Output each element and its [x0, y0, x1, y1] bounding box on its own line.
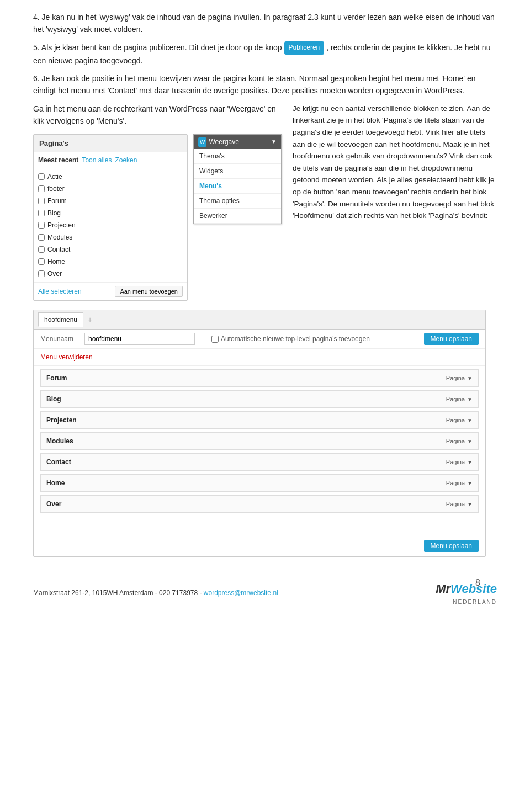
- chevron-right-icon-home: ▼: [467, 479, 473, 487]
- chevron-down-icon: ▼: [271, 137, 277, 146]
- menu-item-contact: Contact Pagina ▼: [40, 453, 479, 471]
- chevron-right-icon-forum: ▼: [467, 374, 473, 383]
- checkbox-forum[interactable]: [38, 198, 45, 204]
- auto-toplevel-checkbox[interactable]: [211, 336, 219, 343]
- hoofdmenu-tabs: hoofdmenu +: [34, 310, 485, 330]
- hoofdmenu-name-row: Menunaam Automatische nieuwe top-level p…: [34, 330, 485, 349]
- list-item: Home: [38, 256, 183, 268]
- page-number: 8: [475, 576, 480, 590]
- para6-num: 6.: [33, 74, 42, 83]
- item-label-over: Over: [47, 269, 62, 279]
- logo-text: MrWebsite: [436, 580, 497, 598]
- list-item: footer: [38, 183, 183, 195]
- menunaam-label: Menunaam: [40, 334, 79, 344]
- tab-meest-recent[interactable]: Meest recent: [38, 155, 78, 165]
- paragraph-4: 4. Je kan nu in het 'wysiwyg' vak de inh…: [33, 11, 497, 36]
- aan-menu-toevoegen-button[interactable]: Aan menu toevoegen: [115, 286, 183, 297]
- item-label-projecten: Projecten: [47, 220, 76, 230]
- menu-item-type-contact: Pagina: [446, 458, 465, 467]
- wp-icon: W: [198, 137, 206, 147]
- menu-item-type-modules: Pagina: [446, 437, 465, 446]
- logo-mr: Mr: [436, 582, 451, 596]
- menu-item-name-over: Over: [46, 499, 113, 509]
- item-label-blog: Blog: [47, 208, 61, 218]
- checkbox-modules[interactable]: [38, 234, 45, 241]
- checkbox-over[interactable]: [38, 270, 45, 277]
- list-item: Actie: [38, 171, 183, 183]
- menu-verwijderen-row: Menu verwijderen: [34, 349, 485, 366]
- menu-item-type-over: Pagina: [446, 500, 465, 509]
- publish-button-inline: Publiceren: [284, 41, 325, 54]
- paginas-item-list: Actie footer Forum: [34, 168, 187, 282]
- para5-num: 5.: [33, 43, 41, 52]
- menu-item-name-projecten: Projecten: [46, 415, 113, 425]
- para4-text: Je kan nu in het 'wysiwyg' vak de inhoud…: [33, 13, 495, 34]
- alle-selecteren-link[interactable]: Alle selecteren: [38, 286, 82, 296]
- item-label-home: Home: [47, 257, 65, 267]
- menu-verwijderen-link[interactable]: Menu verwijderen: [40, 352, 93, 362]
- item-label-contact: Contact: [47, 245, 70, 254]
- footer-email-link[interactable]: wordpress@mrwebsite.nl: [204, 589, 278, 597]
- paragraph-5: 5. Als je klaar bent kan de pagina publi…: [33, 41, 497, 67]
- weergave-text: Ga in het menu aan de rechterkant van Wo…: [33, 103, 282, 128]
- weergave-item-menus[interactable]: Menu's: [194, 179, 281, 194]
- menu-item-over: Over Pagina ▼: [40, 495, 479, 513]
- menu-item-forum: Forum Pagina ▼: [40, 369, 479, 387]
- menunaam-input[interactable]: [84, 333, 195, 345]
- list-item: Forum: [38, 195, 183, 207]
- checkbox-home[interactable]: [38, 258, 45, 265]
- chevron-right-icon-contact: ▼: [467, 458, 473, 466]
- tab-zoeken[interactable]: Zoeken: [115, 155, 137, 165]
- footer-bar: Marnixstraat 261-2, 1015WH Amsterdam - 0…: [33, 574, 497, 606]
- tab-toon-alles[interactable]: Toon alles: [82, 155, 112, 165]
- hoofdmenu-bottom: Menu opslaan: [34, 535, 485, 556]
- footer-address: Marnixstraat 261-2, 1015WH Amsterdam - 0…: [33, 588, 278, 598]
- paragraph-6-start: 6. Je kan ook de positie in het menu toe…: [33, 72, 497, 97]
- menu-opslaan-button-bottom[interactable]: Menu opslaan: [424, 540, 479, 552]
- menu-item-modules: Modules Pagina ▼: [40, 432, 479, 450]
- checkbox-footer[interactable]: [38, 185, 45, 192]
- weergave-item-thema-opties[interactable]: Thema opties: [194, 194, 281, 209]
- paginas-tabs: Meest recent Toon alles Zoeken: [34, 152, 187, 168]
- logo-website: Website: [451, 582, 497, 596]
- chevron-right-icon-projecten: ▼: [467, 416, 473, 424]
- auto-toplevel-check: Automatische nieuwe top-level pagina's t…: [211, 334, 370, 344]
- checkbox-contact[interactable]: [38, 246, 45, 253]
- hoofdmenu-tab-active[interactable]: hoofdmenu: [38, 312, 83, 327]
- weergave-popup-title: WWeergave ▼: [194, 135, 281, 149]
- checkbox-projecten[interactable]: [38, 222, 45, 229]
- para5-text-start: Als je klaar bent kan de pagina publicer…: [41, 43, 284, 52]
- hoofdmenu-tab-add[interactable]: +: [88, 314, 92, 326]
- list-item: Blog: [38, 207, 183, 219]
- hoofdmenu-screenshot: hoofdmenu + Menunaam Automatische nieuwe…: [33, 310, 486, 557]
- menu-item-type-home: Pagina: [446, 479, 465, 488]
- weergave-item-widgets[interactable]: Widgets: [194, 164, 281, 179]
- weergave-item-bewerker[interactable]: Bewerker: [194, 209, 281, 224]
- list-item: Projecten: [38, 219, 183, 231]
- checkbox-blog[interactable]: [38, 210, 45, 216]
- weergave-item-themas[interactable]: Thema's: [194, 149, 281, 164]
- menu-item-projecten: Projecten Pagina ▼: [40, 411, 479, 429]
- auto-toplevel-label: Automatische nieuwe top-level pagina's t…: [221, 334, 370, 344]
- chevron-right-icon-modules: ▼: [467, 437, 473, 445]
- item-label-forum: Forum: [47, 196, 67, 206]
- para6-text: Je kan ook de positie in het menu toewij…: [33, 74, 476, 95]
- list-item: Over: [38, 268, 183, 280]
- item-label-actie: Actie: [47, 172, 62, 182]
- logo-area: MrWebsite NEDERLAND: [436, 580, 497, 606]
- list-item: Modules: [38, 231, 183, 243]
- menu-item-name-modules: Modules: [46, 436, 113, 446]
- chevron-right-icon-blog: ▼: [467, 395, 473, 404]
- menu-item-type-blog: Pagina: [446, 395, 465, 404]
- para4-num: 4.: [33, 13, 42, 22]
- menu-item-name-blog: Blog: [46, 394, 113, 404]
- item-label-footer: footer: [47, 184, 65, 194]
- menu-item-name-home: Home: [46, 478, 113, 488]
- logo-sub: NEDERLAND: [453, 598, 497, 606]
- checkbox-actie[interactable]: [38, 173, 45, 180]
- menu-item-type-forum: Pagina: [446, 374, 465, 383]
- footer-address-text: Marnixstraat 261-2, 1015WH Amsterdam - 0…: [33, 589, 204, 597]
- block-text-content: Je krijgt nu een aantal verschillende bl…: [293, 104, 494, 220]
- menu-opslaan-button-top[interactable]: Menu opslaan: [424, 333, 479, 345]
- menu-item-name-forum: Forum: [46, 373, 113, 383]
